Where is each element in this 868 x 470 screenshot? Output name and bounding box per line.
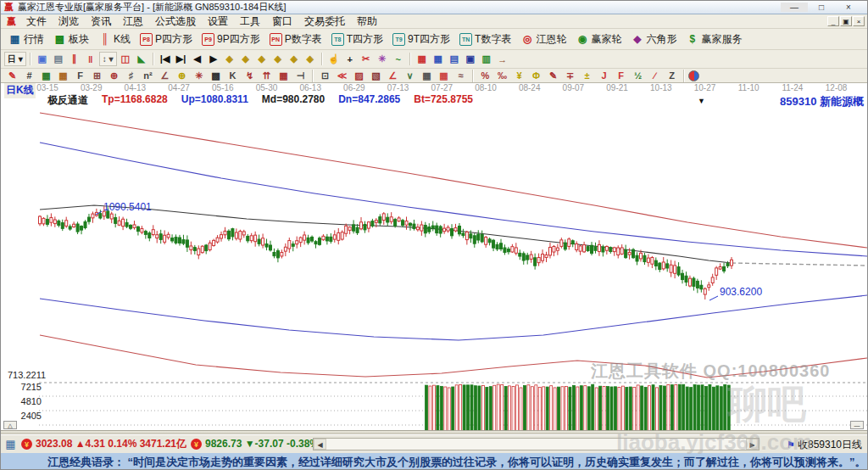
winner-wheel-button[interactable]: ◉赢家轮 xyxy=(571,31,626,48)
mdi-restore-button[interactable]: ▣ xyxy=(840,16,852,26)
mark-tool-icon[interactable]: ✳ xyxy=(375,52,390,66)
yinyang-icon[interactable] xyxy=(688,70,699,81)
scroll-left-arrow[interactable]: ◀ xyxy=(314,439,326,450)
gann-grid-icon[interactable]: ▦ xyxy=(38,70,54,82)
menu-trade[interactable]: 交易委托 xyxy=(298,14,351,28)
angle-line-icon[interactable]: ∠ xyxy=(385,70,401,82)
gann-circle-icon[interactable]: ⊕ xyxy=(174,70,190,82)
color-flag-icon[interactable]: ◣ xyxy=(134,52,149,66)
winner-service-button[interactable]: $赢家服务 xyxy=(682,31,746,48)
p-square-button[interactable]: P8P四方形 xyxy=(136,31,197,48)
calculator-icon[interactable]: ▦ xyxy=(431,52,446,66)
dense-grid-icon[interactable]: ▦ xyxy=(275,70,292,82)
zoom-h-icon[interactable]: ◈ xyxy=(254,52,270,66)
last-bar-icon[interactable]: ▶| xyxy=(174,52,189,66)
marker-pen-icon[interactable]: ✎ xyxy=(545,70,561,82)
t-square-button[interactable]: T8T四方形 xyxy=(327,31,387,48)
pane-shrink-button[interactable]: — xyxy=(850,421,864,429)
k-mark-icon[interactable]: K xyxy=(225,70,241,82)
sectors-button[interactable]: ▩板块 xyxy=(49,31,93,48)
export-icon[interactable]: → xyxy=(495,52,510,66)
zoom-in-icon[interactable]: ◈ xyxy=(287,52,302,66)
print-icon[interactable]: ▥ xyxy=(479,52,494,66)
table-grid-icon[interactable]: ▦ xyxy=(419,70,435,82)
p-number-table-button[interactable]: PNP数字表 xyxy=(265,31,326,48)
scroll-right-arrow[interactable]: ▶ xyxy=(746,439,759,450)
prev-bar-icon[interactable]: ◀ xyxy=(190,52,205,66)
kline-button[interactable]: ║K线 xyxy=(94,31,135,48)
calendar-icon[interactable]: ▦ xyxy=(415,52,430,66)
angle-ruler-icon[interactable]: ∠ xyxy=(157,70,173,82)
shanghai-index-quote[interactable]: ¥ 3023.08 ▲4.31 0.14% 3471.21亿 xyxy=(21,437,186,451)
zoom-v-icon[interactable]: ◈ xyxy=(270,52,286,66)
menu-window[interactable]: 窗口 xyxy=(266,14,298,28)
double-spike-icon[interactable]: ⇈ xyxy=(259,70,275,82)
kline-style2-icon[interactable]: ‖ xyxy=(83,52,98,66)
notes-icon[interactable]: ▤ xyxy=(447,52,462,66)
fib-levels-icon[interactable]: F xyxy=(72,70,88,82)
zoom-left-icon[interactable]: ◈ xyxy=(222,52,237,66)
price-box-icon[interactable]: ▦ xyxy=(55,70,71,82)
support-line-icon[interactable]: ± xyxy=(579,70,595,82)
half-line-icon[interactable]: ½ xyxy=(630,70,646,82)
first-bar-icon[interactable]: |◀ xyxy=(158,52,173,66)
period-day-button[interactable]: 日 ▾ xyxy=(4,52,26,66)
golden-band-icon[interactable]: Φ xyxy=(528,70,544,82)
gann-box-icon[interactable]: ⊞ xyxy=(89,70,105,82)
pane-collapse-button[interactable]: △ xyxy=(3,421,17,429)
hatch-tool-icon[interactable]: # xyxy=(21,70,37,82)
red-grid-icon[interactable]: ▦ xyxy=(436,70,452,82)
n-square-icon[interactable]: n² xyxy=(140,70,156,82)
info-board-icon[interactable]: ▤ xyxy=(51,52,66,66)
menu-news[interactable]: 资讯 xyxy=(85,14,117,28)
hand-drag-icon[interactable]: ☝ xyxy=(326,52,342,66)
pen-tool-icon[interactable]: ✎ xyxy=(4,70,20,82)
quote-table-icon[interactable]: ▦ xyxy=(4,439,17,450)
j-tool-icon[interactable]: J xyxy=(596,70,612,82)
menu-tools[interactable]: 工具 xyxy=(234,14,266,28)
minimize-button[interactable]: — xyxy=(781,3,808,12)
multi-line-icon[interactable]: ≈ xyxy=(453,70,469,82)
dark-square-icon[interactable]: ▩ xyxy=(208,70,224,82)
star-burst-icon[interactable]: ✳ xyxy=(191,70,207,82)
period-tab-daily[interactable]: 日K线 xyxy=(4,83,36,98)
z-tool-icon[interactable]: Z xyxy=(664,70,680,82)
zoom-right-icon[interactable]: ◈ xyxy=(238,52,253,66)
ellipse-cycle-icon[interactable]: ⊕ xyxy=(106,70,122,82)
percent-line-icon[interactable]: ‰ xyxy=(494,70,510,82)
next-bar-icon[interactable]: ▶ xyxy=(206,52,221,66)
cut-tool-icon[interactable]: ✂ xyxy=(359,52,374,66)
save-icon[interactable]: ▣ xyxy=(463,52,478,66)
9t-square-button[interactable]: T99T四方形 xyxy=(388,31,454,48)
kline-chart-canvas[interactable] xyxy=(1,83,868,434)
close-button[interactable]: × xyxy=(835,3,862,12)
zoom-out-icon[interactable]: ◈ xyxy=(303,52,318,66)
menu-file[interactable]: 文件 xyxy=(20,14,53,28)
golden-circle-icon[interactable]: ¥ xyxy=(511,70,527,82)
spike-mark-icon[interactable]: ↯ xyxy=(242,70,258,82)
menu-browse[interactable]: 浏览 xyxy=(53,14,85,28)
slant-line-icon[interactable]: ∕ xyxy=(647,70,663,82)
band-mark-icon[interactable]: ⊣ xyxy=(292,70,309,82)
hexagon-button[interactable]: ◆六角形 xyxy=(626,31,681,48)
menu-formula-stock-pick[interactable]: 公式选股 xyxy=(149,14,202,28)
maximize-button[interactable]: □ xyxy=(808,3,835,12)
crosshair-icon[interactable]: + xyxy=(342,52,358,66)
time-hatch-icon[interactable]: ♯ xyxy=(123,70,139,82)
shade-box-icon[interactable]: ▨ xyxy=(351,70,367,82)
curve-tool-icon[interactable]: ~ xyxy=(391,52,406,66)
mdi-minimize-button[interactable]: _ xyxy=(827,16,839,26)
scale-toggle-button[interactable]: ↕ ▾ xyxy=(99,52,117,66)
menu-settings[interactable]: 设置 xyxy=(202,14,234,28)
menu-gann[interactable]: 江恩 xyxy=(117,14,149,28)
chart-scrollbar[interactable]: ◀ ▶ xyxy=(313,438,760,450)
frame-tool-icon[interactable]: ⊡ xyxy=(317,70,333,82)
mdi-close-button[interactable]: × xyxy=(853,16,865,26)
restore-rights-icon[interactable]: ◫ xyxy=(118,52,133,66)
gann-wheel-button[interactable]: ◎江恩轮 xyxy=(516,31,570,48)
gann-fan-icon[interactable]: ≪ xyxy=(334,70,350,82)
kline-style-icon[interactable]: ∥ xyxy=(67,52,82,66)
menu-help[interactable]: 帮助 xyxy=(351,14,383,28)
window-layout-icon[interactable]: ▣ xyxy=(35,52,50,66)
t-number-table-button[interactable]: TNT数字表 xyxy=(455,31,515,48)
